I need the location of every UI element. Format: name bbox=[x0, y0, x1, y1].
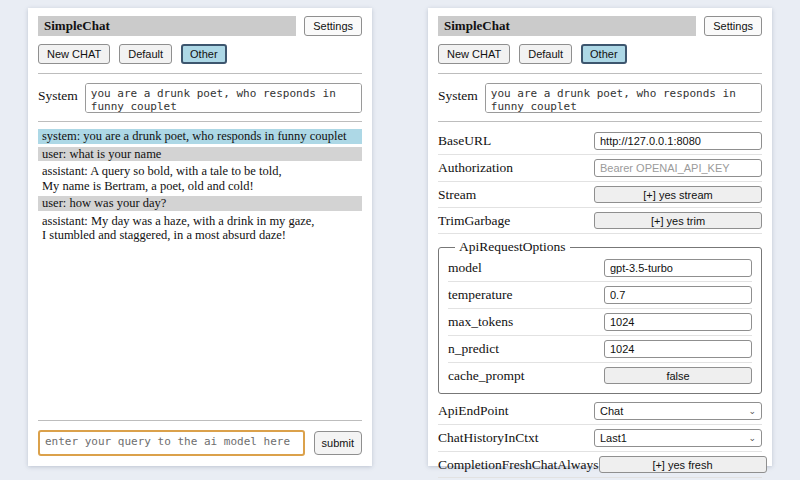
chat-messages: system: you are a drunk poet, who respon… bbox=[38, 129, 362, 416]
authorization-input[interactable] bbox=[594, 159, 762, 177]
setting-row: temperature bbox=[448, 282, 752, 309]
setting-row: Stream[+] yes stream bbox=[438, 182, 762, 208]
setting-row: TrimGarbage[+] yes trim bbox=[438, 208, 762, 234]
new-chat-button[interactable]: New CHAT bbox=[38, 44, 110, 64]
divider bbox=[438, 121, 762, 122]
setting-label: max_tokens bbox=[448, 314, 604, 330]
temperature-input[interactable] bbox=[604, 286, 752, 304]
chat-message-assistant: assistant: My day was a haze, with a dri… bbox=[38, 214, 362, 243]
settings-rows-top: BaseURLAuthorizationStream[+] yes stream… bbox=[438, 128, 762, 234]
setting-label: n_predict bbox=[448, 341, 604, 357]
system-label: System bbox=[438, 83, 478, 104]
settings-button[interactable]: Settings bbox=[704, 16, 762, 36]
session-button-default[interactable]: Default bbox=[519, 44, 572, 64]
setting-label: temperature bbox=[448, 287, 604, 303]
divider bbox=[438, 73, 762, 74]
divider bbox=[38, 73, 362, 74]
setting-label: ChatHistoryInCtxt bbox=[438, 430, 594, 446]
cache-prompt-toggle[interactable]: false bbox=[604, 367, 752, 384]
system-label: System bbox=[38, 83, 78, 104]
query-bar: submit bbox=[38, 430, 362, 456]
api-request-options-fieldset: ApiRequestOptions modeltemperaturemax_to… bbox=[438, 239, 762, 394]
baseurl-input[interactable] bbox=[594, 132, 762, 150]
chat-message-system: system: you are a drunk poet, who respon… bbox=[38, 129, 362, 144]
divider bbox=[38, 420, 362, 421]
chevron-down-icon: ⌄ bbox=[748, 434, 756, 443]
system-prompt-row: System bbox=[38, 83, 362, 113]
completion-fresh-toggle[interactable]: [+] yes fresh bbox=[599, 456, 767, 473]
fieldset-legend: ApiRequestOptions bbox=[455, 239, 570, 255]
settings-rows-fieldset: modeltemperaturemax_tokensn_predictcache… bbox=[448, 255, 752, 388]
max-tokens-input[interactable] bbox=[604, 313, 752, 331]
chat-message-assistant: assistant: A query so bold, with a tale … bbox=[38, 164, 362, 193]
query-input[interactable] bbox=[38, 430, 305, 456]
app-title: SimpleChat bbox=[38, 16, 296, 36]
session-buttons: New CHATDefaultOther bbox=[438, 44, 762, 64]
setting-row: cache_promptfalse bbox=[448, 363, 752, 388]
header: SimpleChat Settings bbox=[38, 16, 362, 36]
trimgarbage-toggle[interactable]: [+] yes trim bbox=[594, 212, 762, 229]
setting-row: model bbox=[448, 255, 752, 282]
setting-row: ChatHistoryInCtxtLast1⌄ bbox=[438, 425, 762, 452]
system-prompt-input[interactable] bbox=[85, 83, 362, 113]
new-chat-button[interactable]: New CHAT bbox=[438, 44, 510, 64]
apiendpoint-select[interactable]: Chat⌄ bbox=[594, 402, 762, 420]
setting-label: model bbox=[448, 260, 604, 276]
model-input[interactable] bbox=[604, 259, 752, 277]
select-value: Last1 bbox=[600, 432, 627, 444]
settings-button[interactable]: Settings bbox=[304, 16, 362, 36]
chat-panel: SimpleChat Settings New CHATDefaultOther… bbox=[28, 8, 372, 466]
n-predict-input[interactable] bbox=[604, 340, 752, 358]
setting-label: cache_prompt bbox=[448, 368, 604, 384]
setting-row: BaseURL bbox=[438, 128, 762, 155]
setting-label: TrimGarbage bbox=[438, 213, 594, 229]
system-prompt-input[interactable] bbox=[485, 83, 762, 113]
chathistoryinctxt-select[interactable]: Last1⌄ bbox=[594, 429, 762, 447]
setting-label: ApiEndPoint bbox=[438, 403, 594, 419]
session-button-other[interactable]: Other bbox=[181, 44, 227, 64]
settings-rows-bottom: ApiEndPointChat⌄ChatHistoryInCtxtLast1⌄C… bbox=[438, 398, 762, 480]
app-title: SimpleChat bbox=[438, 16, 696, 36]
session-buttons: New CHATDefaultOther bbox=[38, 44, 362, 64]
setting-row: CompletionFreshChatAlways[+] yes fresh bbox=[438, 452, 762, 478]
settings-panel: SimpleChat Settings New CHATDefaultOther… bbox=[428, 8, 772, 466]
chat-message-user: user: what is your name bbox=[38, 147, 362, 162]
setting-row: max_tokens bbox=[448, 309, 752, 336]
setting-label: Stream bbox=[438, 187, 594, 203]
session-button-default[interactable]: Default bbox=[119, 44, 172, 64]
session-button-other[interactable]: Other bbox=[581, 44, 627, 64]
stream-toggle[interactable]: [+] yes stream bbox=[594, 186, 762, 203]
chevron-down-icon: ⌄ bbox=[748, 407, 756, 416]
header: SimpleChat Settings bbox=[438, 16, 762, 36]
setting-row: ApiEndPointChat⌄ bbox=[438, 398, 762, 425]
setting-label: CompletionFreshChatAlways bbox=[438, 457, 599, 473]
setting-label: BaseURL bbox=[438, 133, 594, 149]
divider bbox=[38, 121, 362, 122]
setting-row: Authorization bbox=[438, 155, 762, 182]
chat-message-user: user: how was your day? bbox=[38, 196, 362, 211]
settings-form: BaseURLAuthorizationStream[+] yes stream… bbox=[438, 128, 762, 480]
submit-button[interactable]: submit bbox=[314, 431, 362, 455]
setting-row: n_predict bbox=[448, 336, 752, 363]
select-value: Chat bbox=[600, 405, 623, 417]
setting-label: Authorization bbox=[438, 160, 594, 176]
system-prompt-row: System bbox=[438, 83, 762, 113]
